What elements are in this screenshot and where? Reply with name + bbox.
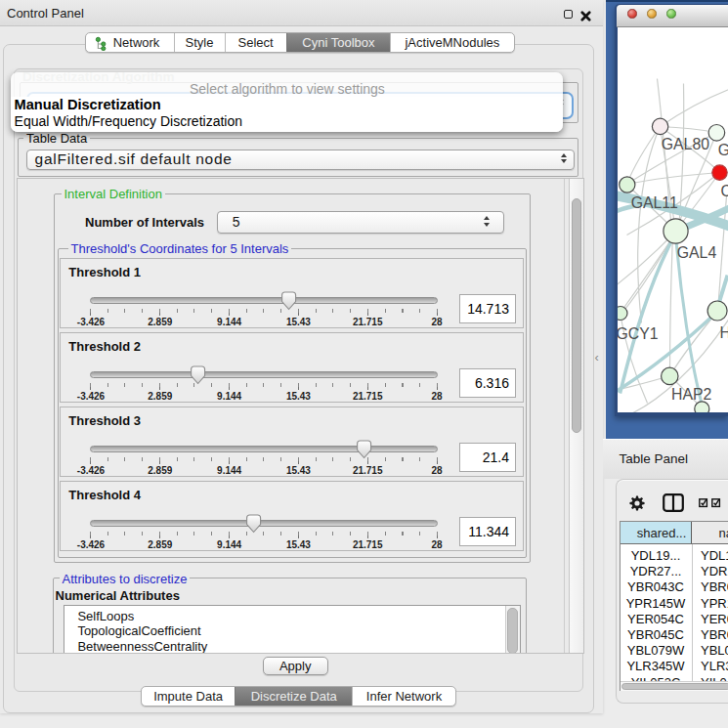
- svg-text:HAP2: HAP2: [671, 385, 711, 402]
- svg-text:HAP: HAP: [719, 323, 728, 340]
- svg-text:CYB: CYB: [720, 182, 728, 198]
- svg-text:GCY1: GCY1: [618, 324, 659, 341]
- svg-text:GAL4: GAL4: [676, 244, 716, 261]
- svg-text:GAL2: GAL2: [717, 141, 728, 157]
- svg-text:GAL11: GAL11: [630, 194, 677, 211]
- svg-text:GAL80: GAL80: [661, 135, 708, 151]
